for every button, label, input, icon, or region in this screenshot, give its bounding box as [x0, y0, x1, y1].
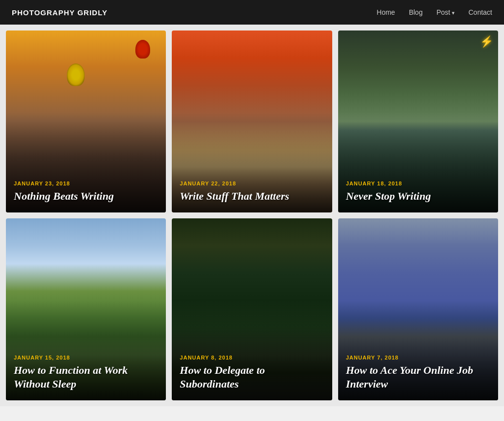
- nav-link-blog[interactable]: Blog: [409, 8, 423, 16]
- card-content-3: JANUARY 18, 2018Never Stop Writing: [346, 180, 490, 203]
- card-title-5: How to Delegate to Subordinates: [180, 363, 324, 391]
- card-content-5: JANUARY 8, 2018How to Delegate to Subord…: [180, 355, 324, 391]
- post-card-2[interactable]: JANUARY 22, 2018Write Stuff That Matters: [172, 30, 332, 212]
- post-card-3[interactable]: ⚡JANUARY 18, 2018Never Stop Writing: [338, 30, 498, 212]
- main-nav: PHOTOGRAPHY GRIDLY HomeBlogPostContact: [0, 0, 504, 25]
- posts-grid: JANUARY 23, 2018Nothing Beats WritingJAN…: [0, 25, 504, 406]
- card-date-5: JANUARY 8, 2018: [180, 355, 324, 361]
- card-title-1: Nothing Beats Writing: [14, 189, 158, 203]
- card-date-3: JANUARY 18, 2018: [346, 180, 490, 186]
- card-content-4: JANUARY 15, 2018How to Function at Work …: [14, 355, 158, 391]
- card-title-3: Never Stop Writing: [346, 189, 490, 203]
- nav-link-home[interactable]: Home: [377, 8, 395, 16]
- card-title-2: Write Stuff That Matters: [180, 189, 324, 203]
- nav-link-post[interactable]: Post: [437, 8, 455, 16]
- card-date-6: JANUARY 7, 2018: [346, 355, 490, 361]
- card-date-4: JANUARY 15, 2018: [14, 355, 158, 361]
- lightning-icon: ⚡: [480, 35, 493, 48]
- post-card-4[interactable]: JANUARY 15, 2018How to Function at Work …: [6, 218, 166, 400]
- card-content-1: JANUARY 23, 2018Nothing Beats Writing: [14, 180, 158, 203]
- post-card-5[interactable]: JANUARY 8, 2018How to Delegate to Subord…: [172, 218, 332, 400]
- post-card-6[interactable]: JANUARY 7, 2018How to Ace Your Online Jo…: [338, 218, 498, 400]
- card-content-6: JANUARY 7, 2018How to Ace Your Online Jo…: [346, 355, 490, 391]
- card-title-4: How to Function at Work Without Sleep: [14, 363, 158, 391]
- site-logo[interactable]: PHOTOGRAPHY GRIDLY: [12, 8, 107, 17]
- nav-links: HomeBlogPostContact: [377, 8, 492, 17]
- card-title-6: How to Ace Your Online Job Interview: [346, 363, 490, 391]
- card-date-1: JANUARY 23, 2018: [14, 180, 158, 186]
- card-content-2: JANUARY 22, 2018Write Stuff That Matters: [180, 180, 324, 203]
- card-date-2: JANUARY 22, 2018: [180, 180, 324, 186]
- nav-link-contact[interactable]: Contact: [469, 8, 492, 16]
- post-card-1[interactable]: JANUARY 23, 2018Nothing Beats Writing: [6, 30, 166, 212]
